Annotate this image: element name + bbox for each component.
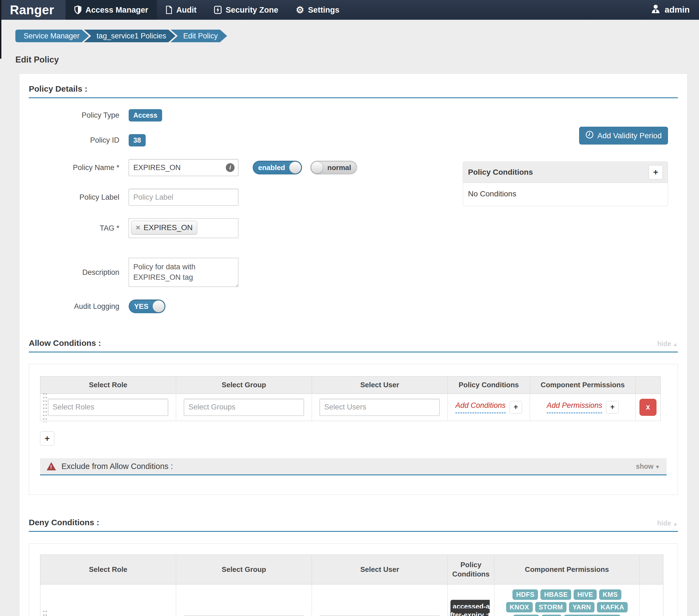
document-icon (166, 6, 172, 14)
delete-row-button[interactable]: x (639, 399, 657, 416)
select-roles-input[interactable] (48, 399, 168, 416)
policy-normal-toggle[interactable]: normal (310, 161, 357, 174)
user-icon (651, 4, 660, 16)
remove-token-icon[interactable] (136, 224, 140, 231)
allow-user-cell (312, 394, 448, 421)
allow-add-row-button[interactable]: + (40, 431, 54, 446)
column-header: Select Group (176, 555, 312, 585)
allow-role-cell (40, 394, 176, 421)
column-header-actions (640, 555, 663, 585)
policy-type-badge: Access (129, 109, 162, 121)
deny-delete-cell: x (640, 585, 663, 616)
toggle-knob (311, 162, 323, 174)
top-navbar: Ranger Access Manager Audit Security Zon… (0, 0, 699, 20)
nav-settings[interactable]: ⚙ Settings (287, 0, 348, 20)
column-header: Policy Conditions (448, 377, 530, 394)
toggle-knob (289, 162, 301, 174)
select-users-input[interactable] (320, 399, 440, 416)
permission-badge: KAFKA (597, 602, 628, 613)
permission-badge: KMS (599, 589, 621, 600)
warning-icon (47, 462, 56, 470)
toggle-knob (153, 300, 164, 312)
deny-role-cell (40, 585, 176, 616)
policy-id-badge: 38 (129, 134, 146, 146)
policy-name-input[interactable] (129, 159, 238, 176)
deny-conditions-title: Deny Conditions : (29, 518, 99, 527)
column-header: Component Permissions (530, 377, 636, 394)
allow-hide-link[interactable]: hide (657, 340, 678, 348)
nav-access-manager[interactable]: Access Manager (66, 0, 157, 20)
add-policy-condition-button[interactable]: + (648, 165, 663, 179)
allow-conditions-table: Select Role Select Group Select User Pol… (40, 376, 661, 421)
description-textarea[interactable]: Policy for data with EXPIRES_ON tag (129, 258, 238, 287)
nav-security-zone[interactable]: Security Zone (205, 0, 287, 20)
column-header: Select Role (40, 377, 176, 394)
breadcrumb-policies[interactable]: tag_service1 Policies (84, 30, 175, 42)
breadcrumb-edit-policy[interactable]: Edit Policy (171, 30, 227, 42)
allow-conditions-header: Allow Conditions : hide (29, 338, 678, 352)
tag-select-box[interactable]: EXPIRES_ON (129, 218, 238, 238)
audit-logging-toggle[interactable]: YES (129, 299, 166, 313)
column-header: Component Permissions (494, 555, 640, 585)
add-conditions-link[interactable]: Add Conditions (456, 401, 505, 413)
policy-type-label: Policy Type (29, 111, 119, 120)
deny-conditions-box: Select Role Select Group Select User Pol… (29, 543, 678, 616)
exclude-from-allow-label: Exclude from Allow Conditions : (62, 462, 173, 471)
add-conditions-plus-button[interactable]: + (510, 401, 522, 414)
breadcrumb: Service Manager tag_service1 Policies Ed… (15, 30, 699, 42)
user-name: admin (665, 5, 690, 15)
permission-badge: NIFI (542, 615, 562, 616)
permission-badges-wrap: HDFSHBASEHIVEKMSKNOXSTORMYARNKAFKASOLRNI… (501, 589, 633, 616)
ranger-logo[interactable]: Ranger (0, 0, 66, 20)
policy-name-label: Policy Name * (29, 163, 119, 172)
edit-policy-panel: Policy Details : Add Validity Period Pol… (19, 73, 687, 616)
permission-badge: HDFS (513, 589, 538, 600)
allow-group-cell (176, 394, 312, 421)
allow-policy-conditions-cell: Add Conditions + (448, 394, 530, 421)
gear-icon: ⚙ (296, 5, 304, 15)
policy-enabled-toggle[interactable]: enabled (253, 161, 302, 174)
deny-conditions-section: Deny Conditions : hide Select Role Selec… (29, 518, 678, 616)
tag-row: TAG * EXPIRES_ON (29, 218, 678, 238)
deny-group-cell: public (176, 585, 312, 616)
deny-component-permissions-cell: HDFSHBASEHIVEKMSKNOXSTORMYARNKAFKASOLRNI… (494, 585, 640, 616)
select-groups-input[interactable] (184, 399, 304, 416)
drag-handle[interactable] (42, 392, 47, 423)
page-title: Edit Policy (15, 55, 699, 65)
screen-left-edge (0, 0, 1, 59)
policy-id-label: Policy ID (29, 136, 119, 145)
policy-conditions-empty-text: No Conditions (463, 183, 668, 206)
audit-logging-row: Audit Logging YES (29, 299, 678, 313)
permission-badge: YARN (569, 602, 594, 613)
description-label: Description (29, 268, 119, 277)
tag-label: TAG * (29, 224, 119, 232)
permission-badge: KNOX (506, 602, 533, 613)
exclude-from-allow-bar: Exclude from Allow Conditions : show (40, 458, 667, 475)
policy-conditions-panel: Policy Conditions + No Conditions (463, 162, 668, 206)
permission-badges: HDFSHBASEHIVEKMSKNOXSTORMYARNKAFKASOLRNI… (501, 589, 633, 616)
exclude-show-link[interactable]: show (636, 463, 660, 470)
permission-badge: HIVE (573, 589, 597, 600)
add-permissions-plus-button[interactable]: + (606, 401, 619, 414)
audit-logging-label: Audit Logging (29, 302, 119, 311)
allow-delete-cell: x (636, 394, 660, 421)
zone-bolt-icon (214, 6, 222, 14)
tag-token: EXPIRES_ON (131, 221, 197, 235)
add-permissions-link[interactable]: Add Permissions (547, 401, 603, 413)
column-header: Select Role (40, 555, 176, 585)
deny-hide-link[interactable]: hide (657, 519, 678, 527)
info-icon[interactable]: i (226, 163, 235, 172)
allow-component-permissions-cell: Add Permissions + (530, 394, 636, 421)
nav-audit[interactable]: Audit (157, 0, 205, 20)
add-validity-period-button[interactable]: Add Validity Period (579, 127, 668, 145)
permission-badge: NIFI-REGISTRY (564, 615, 621, 616)
drag-handle[interactable] (42, 610, 47, 616)
policy-condition-badge-wrap: accessed-after-expiry : yes (450, 602, 491, 616)
policy-details-title: Policy Details : (29, 84, 87, 94)
policy-label-input[interactable] (129, 189, 238, 206)
column-header-actions (636, 377, 660, 394)
user-menu[interactable]: admin (651, 0, 690, 20)
allow-conditions-title: Allow Conditions : (29, 338, 101, 348)
policy-conditions-panel-header: Policy Conditions + (463, 162, 668, 183)
breadcrumb-service-manager[interactable]: Service Manager (15, 30, 89, 42)
